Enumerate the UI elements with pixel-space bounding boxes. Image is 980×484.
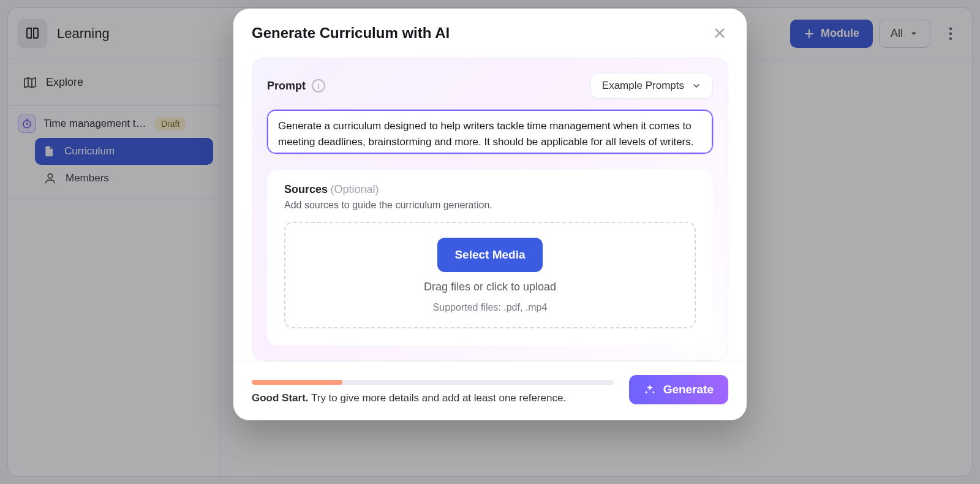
feedback-rest: Try to give more details and add at leas… [309, 392, 567, 404]
feedback-text: Good Start. Try to give more details and… [252, 392, 614, 404]
select-media-label: Select Media [454, 248, 525, 261]
modal-footer: Good Start. Try to give more details and… [233, 361, 747, 420]
sources-description: Add sources to guide the curriculum gene… [284, 200, 696, 211]
sparkle-icon [644, 384, 656, 396]
example-prompts-label: Example Prompts [602, 80, 684, 92]
supported-files-text: Supported files: .pdf, .mp4 [433, 302, 548, 313]
prompt-panel: Prompt i Example Prompts Sources (Option… [252, 58, 728, 361]
sources-optional: (Optional) [331, 183, 379, 195]
generate-curriculum-modal: Generate Curriculum with AI Prompt i Exa… [233, 9, 747, 420]
progress-fill [252, 380, 342, 385]
sources-card: Sources (Optional) Add sources to guide … [267, 170, 713, 346]
prompt-label-text: Prompt [267, 80, 306, 93]
close-icon [713, 26, 726, 40]
drag-text: Drag files or click to upload [424, 281, 556, 293]
modal-title: Generate Curriculum with AI [252, 25, 450, 42]
chevron-down-icon [692, 81, 701, 91]
generate-label: Generate [663, 383, 714, 396]
sources-label: Sources [284, 183, 328, 195]
prompt-label: Prompt i [267, 79, 325, 93]
close-button[interactable] [711, 25, 728, 42]
info-icon[interactable]: i [312, 79, 325, 93]
progress-track [252, 380, 614, 385]
modal-header: Generate Curriculum with AI [233, 9, 747, 49]
upload-dropzone[interactable]: Select Media Drag files or click to uplo… [284, 222, 696, 328]
progress-section: Good Start. Try to give more details and… [252, 380, 614, 404]
generate-button[interactable]: Generate [629, 375, 728, 404]
prompt-input[interactable] [267, 110, 713, 154]
select-media-button[interactable]: Select Media [437, 238, 542, 272]
feedback-strong: Good Start. [252, 392, 309, 404]
example-prompts-dropdown[interactable]: Example Prompts [590, 73, 713, 99]
modal-overlay[interactable]: Generate Curriculum with AI Prompt i Exa… [0, 0, 980, 484]
